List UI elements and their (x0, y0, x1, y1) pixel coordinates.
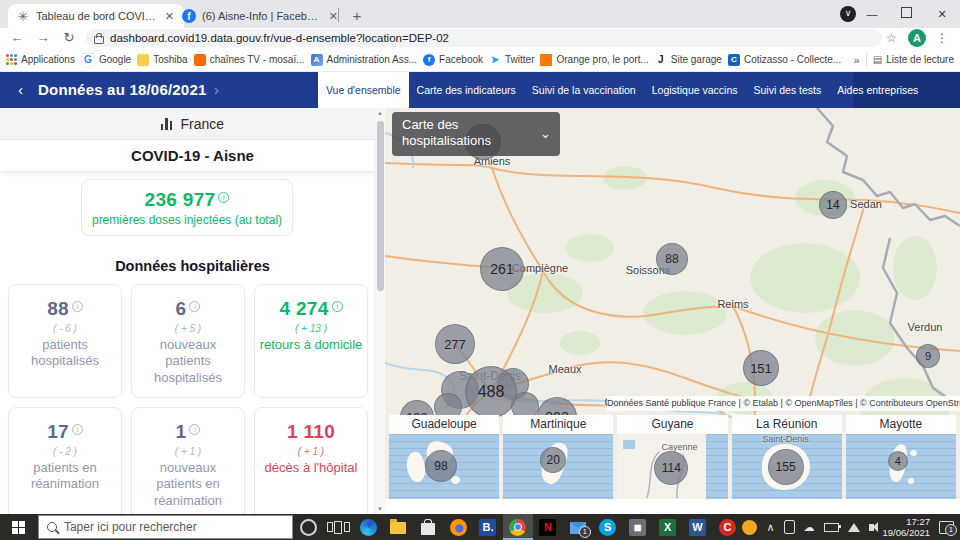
info-icon[interactable] (332, 301, 343, 312)
edge-button[interactable] (353, 514, 383, 540)
info-icon[interactable] (189, 301, 200, 312)
file-explorer-button[interactable] (383, 514, 413, 540)
padlock-icon[interactable] (94, 36, 104, 44)
chrome-update-icon[interactable]: ∨ (840, 6, 856, 22)
bookmark-orange-pro[interactable]: Orange pro, le port... (540, 54, 648, 66)
overseas-bubble[interactable]: 98 (425, 450, 457, 482)
new-tab-button[interactable]: + (346, 5, 368, 27)
map-bubble-151[interactable]: 151 (743, 350, 779, 386)
tab-suivi-vaccination[interactable]: Suivi de la vaccination (524, 72, 644, 108)
taskbar-clock[interactable]: 17:27 19/06/2021 (883, 516, 931, 538)
map-bubble-277[interactable]: 277 (435, 324, 475, 364)
tab-title: (6) Aisne-Info | Facebook (202, 10, 321, 22)
stat-label: nouveaux patients hospitalisés (132, 337, 244, 386)
notification-center-icon[interactable]: 1 (939, 521, 954, 534)
ccleaner-button[interactable]: C (713, 514, 743, 540)
tray-app-icon[interactable] (742, 520, 757, 535)
stat-value: 1 (176, 421, 187, 442)
bookmarks-overflow-icon[interactable]: » (854, 54, 860, 66)
profile-avatar[interactable]: A (908, 29, 926, 47)
chrome-button[interactable] (503, 514, 533, 540)
panel-guyane[interactable]: Guyane Cayenne 114 (617, 415, 727, 499)
tab-covid-dashboard[interactable]: ✳ Tableau de bord COVID-19 Suivi ✕ (8, 4, 184, 28)
browser-menu-icon[interactable]: ⋮ (936, 28, 948, 48)
panel-guadeloupe[interactable]: Guadeloupe 98 (389, 415, 499, 499)
overseas-bubble[interactable]: 114 (654, 451, 688, 485)
taskbar-search-input[interactable]: Taper ici pour rechercher (38, 515, 293, 539)
forward-icon[interactable]: → (32, 28, 54, 48)
tray-expand-icon[interactable]: ∧ (766, 521, 774, 534)
bookmark-google[interactable]: G Google (81, 53, 131, 67)
info-icon[interactable] (72, 301, 83, 312)
tab-aides-entreprises[interactable]: Aides entreprises (829, 72, 926, 108)
tab-vue-densemble[interactable]: Vue d'ensemble (318, 72, 409, 108)
cortana-button[interactable] (293, 514, 323, 540)
stat-delta: ( - 2 ) (9, 446, 121, 457)
hospitalisations-map[interactable]: Amiens Compiègne Soissons Reims Sedan Ve… (385, 108, 960, 514)
bookmark-star-icon[interactable]: ☆ (886, 28, 897, 48)
facebook-icon: f (423, 54, 435, 66)
battery-icon[interactable] (824, 523, 839, 532)
previous-day-icon[interactable]: ‹ (18, 72, 23, 108)
maximize-button[interactable] (890, 0, 922, 28)
info-icon[interactable] (218, 192, 229, 203)
tab-facebook[interactable]: f (6) Aisne-Info | Facebook ✕ (174, 4, 348, 28)
scroll-up-icon[interactable]: ▲ (375, 110, 385, 116)
bookmark-toshiba[interactable]: Toshiba (137, 54, 187, 66)
overseas-bubble[interactable]: 155 (768, 449, 804, 485)
scroll-down-icon[interactable]: ▼ (375, 506, 385, 512)
map-bubble-sedan[interactable]: 14 (819, 191, 847, 219)
tab-suivi-tests[interactable]: Suivi des tests (746, 72, 830, 108)
panel-la-reunion[interactable]: La Réunion Saint-Denis 155 (732, 415, 842, 499)
map-layer-dropdown[interactable]: Carte des hospitalisations ⌄ (392, 112, 560, 156)
store-button[interactable] (413, 514, 443, 540)
word-button[interactable]: W (683, 514, 713, 540)
map-bubble-soissons[interactable]: 88 (656, 243, 688, 275)
info-icon[interactable] (72, 424, 83, 435)
netflix-button[interactable]: N (533, 514, 563, 540)
firefox-button[interactable] (443, 514, 473, 540)
close-window-button[interactable]: ✕ (926, 0, 958, 28)
wifi-icon[interactable] (848, 523, 860, 532)
info-icon[interactable] (189, 424, 200, 435)
tab-logistique-vaccins[interactable]: Logistique vaccins (644, 72, 746, 108)
speaker-icon[interactable] (869, 524, 874, 531)
reading-list-button[interactable]: ▤ Liste de lecture (873, 54, 954, 65)
bookmark-applications[interactable]: Applications (6, 54, 75, 65)
map-bubble-saint-denis[interactable]: 488 (465, 366, 517, 418)
bookmark-facebook[interactable]: f Facebook (423, 54, 483, 66)
section-title: Données hospitalières (0, 258, 385, 274)
region-selector[interactable]: France (0, 108, 385, 140)
mail-button[interactable]: 1 (563, 514, 593, 540)
overseas-name: Martinique (503, 415, 613, 434)
overseas-bubble[interactable]: 4 (888, 451, 908, 471)
excel-button[interactable]: X (653, 514, 683, 540)
panel-martinique[interactable]: Martinique 20 (503, 415, 613, 499)
map-bubble-verdun[interactable]: 9 (916, 344, 940, 368)
b-app-button[interactable]: B. (473, 514, 503, 540)
onedrive-cloud-icon[interactable]: ☁ (804, 521, 815, 534)
bookmark-chaines-tv[interactable]: chaînes TV - mosaï... (194, 54, 305, 66)
overseas-bubble[interactable]: 20 (540, 447, 566, 473)
bookmark-administration[interactable]: A Administration Ass... (311, 54, 418, 66)
next-day-icon[interactable]: › (214, 72, 219, 108)
bookmark-cotizasso[interactable]: C Cotizasso - Collecte... (728, 54, 841, 66)
phone-icon[interactable] (784, 520, 795, 534)
back-icon[interactable]: ← (6, 28, 28, 48)
task-view-button[interactable] (323, 514, 353, 540)
panel-mayotte[interactable]: Mayotte 4 (846, 415, 956, 499)
app-button[interactable]: ▦ (623, 514, 653, 540)
address-bar[interactable]: dashboard.covid19.data.gouv.fr/vue-d-ens… (86, 29, 882, 47)
minimize-button[interactable]: — (856, 0, 888, 28)
bookmark-twitter[interactable]: ➤ Twitter (489, 54, 534, 66)
scrollbar-thumb[interactable] (377, 121, 384, 291)
skype-button[interactable]: S (593, 514, 623, 540)
map-bubble-261[interactable]: 261 (480, 247, 524, 291)
sidebar-scrollbar[interactable]: ▲ ▼ (374, 108, 385, 514)
tab-carte-indicateurs[interactable]: Carte des indicateurs (409, 72, 524, 108)
mail-badge: 1 (579, 526, 591, 538)
bookmark-site-garage[interactable]: J Site garage (655, 54, 722, 66)
map-attribution[interactable]: Données Santé publique France | © Etalab… (607, 396, 960, 411)
start-button[interactable] (0, 514, 38, 540)
refresh-icon[interactable]: ↻ (58, 28, 80, 48)
